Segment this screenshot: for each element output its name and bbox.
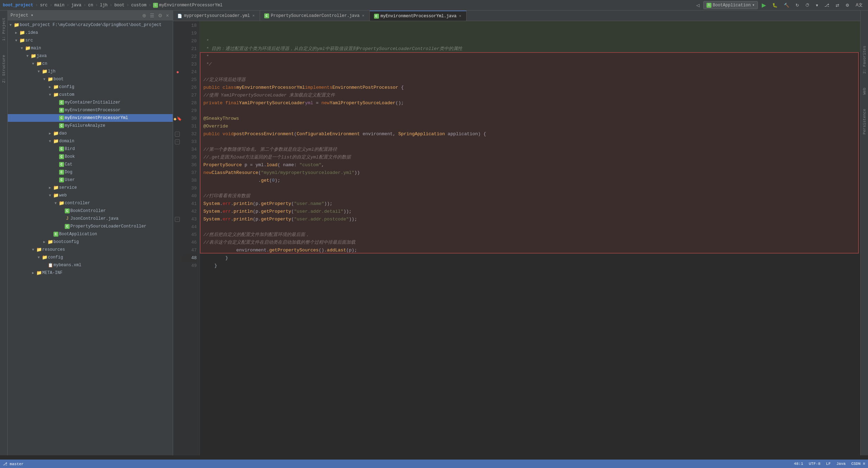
tab-processor-close[interactable]: × — [458, 14, 462, 18]
tree-item-web[interactable]: ▼📁web — [8, 192, 173, 199]
tree-item-jsoncontroller.java[interactable]: JJsonController.java — [8, 215, 173, 223]
code-line-34[interactable]: PropertySource p = yml.load( name: "cust… — [203, 161, 860, 169]
code-line-40[interactable]: System.err.println(p.getProperty("user.a… — [203, 208, 860, 216]
tree-item-mycontainerinitializer[interactable]: CmyContainerInitializer — [8, 99, 173, 106]
more-tools-button[interactable]: ▾ — [813, 2, 821, 9]
tree-item-mybeans.xml[interactable]: 📋mybeans.xml — [8, 261, 173, 269]
run-button[interactable]: ▶ — [759, 1, 768, 10]
tree-item-cat[interactable]: CCat — [8, 161, 173, 168]
code-line-38[interactable]: //打印看看有没有数据 — [203, 192, 860, 200]
tree-item-domain[interactable]: ▼📁domain — [8, 137, 173, 145]
tree-item-bird[interactable]: CBird — [8, 145, 173, 153]
profile-button[interactable]: ⏱ — [803, 2, 812, 9]
debug-button[interactable]: 🐛 — [770, 2, 780, 9]
code-line-41[interactable]: System.err.println(p.getProperty("user.a… — [203, 216, 860, 223]
vcs-button[interactable]: ⎇ — [822, 2, 832, 9]
tree-item-.idea[interactable]: ▶📁.idea — [8, 29, 173, 37]
tree-item-java[interactable]: ▼📁java — [8, 52, 173, 60]
code-line-44[interactable]: //表示这个自定义配置文件在启动类在启动加载的整个过程中排最后面加载 — [203, 239, 860, 247]
breadcrumb-file[interactable]: myEnvironmentProcessorYml — [159, 3, 222, 8]
tab-controller[interactable]: C PropertySourceLoaderController.java × — [260, 11, 370, 21]
code-line-37[interactable] — [203, 185, 860, 192]
tree-item-myfailureanalyze[interactable]: CmyFailureAnalyze — [8, 122, 173, 130]
code-line-24[interactable]: public class myEnvironmentProcessorYml i… — [203, 84, 860, 92]
run-config-dropdown[interactable]: A BootApplication ▾ — [703, 1, 758, 9]
code-line-39[interactable]: System.err.println(p.getProperty("user.n… — [203, 200, 860, 208]
tree-item-cn[interactable]: ▼📁cn — [8, 60, 173, 68]
code-line-25[interactable]: //使用 YamlPropertySourceLoader 来加载自定义配置文件 — [203, 92, 860, 99]
tree-item-meta-inf[interactable]: ▶📁META-INF — [8, 269, 173, 277]
tree-item-bootapplication[interactable]: CBootApplication — [8, 230, 173, 238]
breadcrumb-ljh[interactable]: ljh — [100, 3, 108, 8]
gutter-32[interactable]: − — [173, 130, 182, 138]
tab-yml[interactable]: 📄 mypropertysourceloader.yml × — [173, 11, 260, 21]
top-back-btn[interactable]: ◁ — [694, 2, 702, 9]
tree-item-main[interactable]: ▼📁main — [8, 44, 173, 52]
breadcrumb-java[interactable]: java — [71, 3, 81, 8]
breadcrumb-main[interactable]: main — [54, 3, 64, 8]
gutter-30[interactable]: ◆🔖 — [173, 115, 182, 123]
code-line-32[interactable]: //第一个参数随便写命名, 第二个参数就是自定义yml的配置路径 — [203, 146, 860, 154]
tree-item-boot[interactable]: ▼📁boot — [8, 75, 173, 83]
tab-controller-close[interactable]: × — [361, 14, 365, 18]
code-line-45[interactable]: environment.getPropertySources().addLast… — [203, 247, 860, 254]
panel-close-btn[interactable]: × — [165, 13, 170, 18]
code-line-36[interactable]: .get(0); — [203, 177, 860, 185]
code-line-48[interactable] — [203, 270, 860, 277]
tree-item-config[interactable]: ▼📁config — [8, 254, 173, 261]
fold-icon[interactable]: − — [175, 217, 180, 222]
tree-item-dog[interactable]: CDog — [8, 168, 173, 176]
tab-yml-close[interactable]: × — [252, 14, 255, 18]
code-line-20[interactable]: * — [203, 53, 860, 61]
refresh-button[interactable]: ↻ — [793, 2, 802, 9]
code-line-46[interactable]: } — [203, 254, 860, 262]
tree-item-bookcontroller[interactable]: CBookController — [8, 207, 173, 215]
code-line-28[interactable]: @SneakyThrows — [203, 115, 860, 123]
tree-item-config[interactable]: ▶📁config — [8, 83, 173, 91]
code-line-26[interactable]: private final YamlPropertySourceLoader y… — [203, 99, 860, 107]
tree-item-myenvironmentprocessor[interactable]: CmyEnvironmentProcessor — [8, 106, 173, 114]
code-line-27[interactable] — [203, 107, 860, 115]
tree-item-src[interactable]: ▼📁src — [8, 37, 173, 44]
code-line-42[interactable] — [203, 223, 860, 231]
tree-item-boot_project_f:\mycode\crazycode\springboot\boot_project[interactable]: ▼📁boot_project F:\myCode\crazyCode\Sprin… — [8, 21, 173, 29]
tree-item-ljh[interactable]: ▼📁ljh — [8, 68, 173, 75]
breadcrumb-boot-project[interactable]: boot_project — [3, 3, 33, 8]
tree-item-book[interactable]: CBook — [8, 153, 173, 161]
history-button[interactable]: ⇄ — [833, 2, 842, 9]
persistence-panel-label[interactable]: Persistence — [862, 109, 867, 135]
code-line-33[interactable]: //.get是因为load方法返回的是一个list的自定义yml配置文件的数据 — [203, 154, 860, 161]
gutter-33[interactable]: − — [173, 138, 182, 146]
code-line-22[interactable] — [203, 68, 860, 76]
code-line-43[interactable]: //然后把自定义的配置文件加到配置环境的最后面， — [203, 231, 860, 239]
settings-button[interactable]: ⚙ — [843, 2, 852, 9]
project-panel-label[interactable]: 1: Project — [2, 18, 6, 41]
panel-scope-btn[interactable]: ⊕ — [141, 13, 147, 18]
tree-item-service[interactable]: ▶📁service — [8, 184, 173, 192]
panel-settings-btn[interactable]: ⚙ — [157, 13, 164, 18]
code-area[interactable]: * * 目的：通过配置这个类为环境后处理器，从自定义的yml中获取值设置到Pro… — [200, 21, 860, 455]
code-line-29[interactable]: @Override — [203, 123, 860, 130]
tree-item-resources[interactable]: ▼📁resources — [8, 246, 173, 254]
breakpoint-icon[interactable]: ● — [176, 69, 179, 75]
fold-icon[interactable]: − — [175, 132, 180, 137]
tab-processor[interactable]: C myEnvironmentProcessorYml.java × — [370, 11, 467, 21]
code-line-23[interactable]: //定义环境后处理器 — [203, 76, 860, 84]
gutter-43[interactable]: − — [173, 216, 182, 223]
tree-item-propertysourceloadercontroller[interactable]: CPropertySourceLoaderController — [8, 223, 173, 230]
code-line-30[interactable]: public void postProcessEnvironment(Confi… — [203, 130, 860, 138]
tree-item-user[interactable]: CUser — [8, 176, 173, 184]
breadcrumb-src[interactable]: src — [40, 3, 48, 8]
tree-item-bootconfig[interactable]: ▶📁bootconfig — [8, 238, 173, 246]
fold-icon[interactable]: − — [175, 139, 180, 144]
code-line-49[interactable] — [203, 277, 860, 285]
breadcrumb-boot[interactable]: boot — [114, 3, 125, 8]
breadcrumb-custom[interactable]: custom — [131, 3, 146, 8]
breadcrumb-cn[interactable]: cn — [88, 3, 93, 8]
tree-item-controller[interactable]: ▼📁controller — [8, 199, 173, 207]
tree-item-dao[interactable]: ▶📁dao — [8, 130, 173, 137]
code-line-19[interactable]: * 目的：通过配置这个类为环境后处理器，从自定义的yml中获取值设置到Prope… — [203, 45, 860, 53]
structure-panel-label[interactable]: Z: Structure — [2, 55, 6, 83]
web-panel-label[interactable]: Web — [862, 88, 867, 95]
code-line-31[interactable] — [203, 138, 860, 146]
